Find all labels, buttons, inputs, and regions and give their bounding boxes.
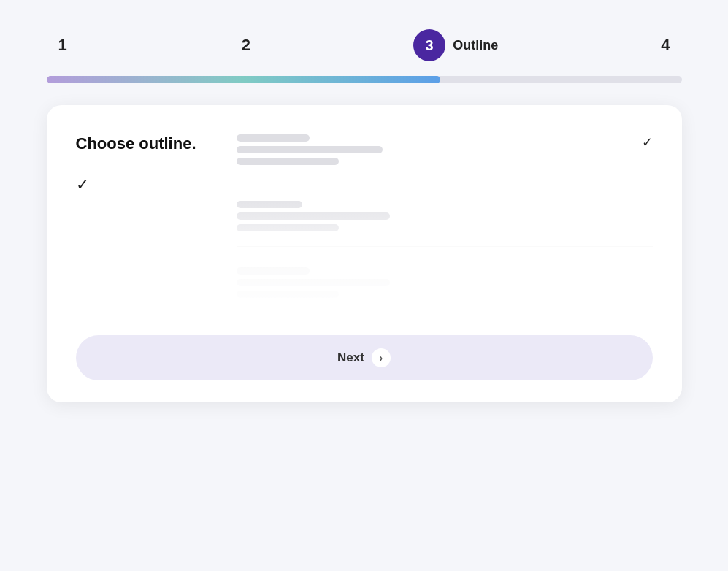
- outline-option-2-lines: [237, 201, 390, 231]
- line-2-3: [237, 224, 339, 231]
- stepper: 1 2 3 Outline 4: [47, 29, 682, 61]
- line-2-1: [237, 201, 302, 208]
- left-section: Choose outline. ✓: [76, 134, 237, 313]
- outline-option-1-lines: [237, 134, 383, 165]
- step-2: 2: [230, 29, 262, 61]
- main-card: Choose outline. ✓ ✓: [47, 105, 682, 402]
- next-button-label: Next: [337, 350, 364, 365]
- step-3-number: 3: [413, 29, 445, 61]
- progress-bar-container: [47, 76, 682, 83]
- next-button[interactable]: Next ›: [76, 335, 653, 380]
- progress-bar-fill: [47, 76, 440, 83]
- outline-option-2[interactable]: [237, 201, 653, 247]
- card-title: Choose outline.: [76, 134, 237, 153]
- line-2-2: [237, 212, 390, 220]
- next-arrow-icon: ›: [372, 348, 391, 367]
- step-3-label: Outline: [453, 38, 498, 53]
- step-4-number: 4: [649, 29, 681, 61]
- content-area: Choose outline. ✓ ✓: [76, 134, 653, 313]
- next-button-container: Next ›: [76, 335, 653, 380]
- step-1-number: 1: [47, 29, 79, 61]
- outline-option-1[interactable]: ✓: [237, 134, 653, 180]
- step-1: 1: [47, 29, 79, 61]
- card-header: Choose outline.: [76, 134, 237, 153]
- left-check-mark: ✓: [76, 175, 237, 194]
- line-1-2: [237, 146, 383, 153]
- line-1-1: [237, 134, 310, 142]
- step-4: 4: [649, 29, 681, 61]
- line-3-3: [237, 291, 339, 298]
- line-1-3: [237, 158, 339, 165]
- option-1-check: ✓: [642, 134, 653, 150]
- step-2-number: 2: [230, 29, 262, 61]
- right-section: ✓: [237, 134, 653, 313]
- line-3-2: [237, 279, 390, 286]
- page-wrapper: 1 2 3 Outline 4 Choose outline. ✓: [0, 0, 728, 571]
- line-3-1: [237, 267, 310, 275]
- outline-option-3-lines: [237, 267, 390, 298]
- outline-option-3[interactable]: [237, 267, 653, 313]
- step-3: 3 Outline: [413, 29, 498, 61]
